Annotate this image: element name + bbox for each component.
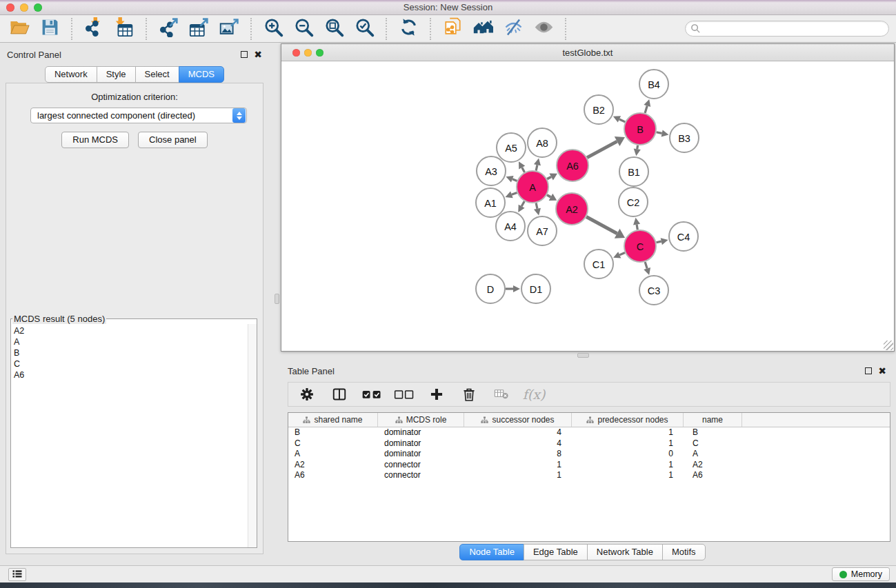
node-B[interactable]: B <box>624 113 656 145</box>
result-item[interactable]: A6 <box>14 369 248 381</box>
column-header-mcds-role[interactable]: MCDS role <box>378 413 464 427</box>
node-A2[interactable]: A2 <box>556 193 588 225</box>
edge-C-C3[interactable] <box>644 262 650 275</box>
node-D[interactable]: D <box>476 274 505 303</box>
tab-style[interactable]: Style <box>97 66 136 83</box>
result-item[interactable]: A <box>14 336 248 347</box>
zoom-fit-button[interactable] <box>323 18 345 40</box>
table-settings-button[interactable] <box>298 385 316 403</box>
close-panel-button[interactable]: Close panel <box>138 132 208 148</box>
panel-divider-grip[interactable] <box>275 294 279 304</box>
node-C1[interactable]: C1 <box>584 250 613 278</box>
edge-A-A3[interactable] <box>506 176 517 183</box>
function-builder-button[interactable]: f(x) <box>525 385 543 403</box>
float-table-panel-icon[interactable] <box>865 367 872 374</box>
network-minimize-button[interactable] <box>304 49 312 57</box>
edge-B-B3[interactable] <box>657 130 669 136</box>
table-row[interactable]: Bdominator41B <box>288 427 890 438</box>
node-A4[interactable]: A4 <box>496 212 525 241</box>
tab-select[interactable]: Select <box>135 66 179 83</box>
task-history-button[interactable] <box>8 568 26 581</box>
show-columns-button[interactable] <box>330 385 348 403</box>
edge-C-C1[interactable] <box>613 252 625 258</box>
node-C2[interactable]: C2 <box>619 187 648 216</box>
edge-A-A4[interactable] <box>518 201 524 212</box>
node-D1[interactable]: D1 <box>521 274 550 303</box>
close-table-panel-icon[interactable]: ✖ <box>878 366 886 376</box>
node-A7[interactable]: A7 <box>528 216 557 245</box>
zoom-out-button[interactable] <box>292 18 315 40</box>
node-C4[interactable]: C4 <box>669 222 698 251</box>
edge-A-A2[interactable] <box>547 194 557 201</box>
open-session-button[interactable] <box>8 18 30 40</box>
edge-B-B1[interactable] <box>634 145 641 156</box>
export-network-button[interactable] <box>157 18 179 40</box>
zoom-window-button[interactable] <box>34 3 42 12</box>
node-B2[interactable]: B2 <box>584 95 613 124</box>
export-image-button[interactable] <box>218 18 240 40</box>
column-header-shared-name[interactable]: shared name <box>288 413 378 427</box>
show-all-button[interactable] <box>532 18 555 40</box>
result-item[interactable]: C <box>14 358 248 369</box>
memory-button[interactable]: Memory <box>832 567 890 581</box>
optimization-criterion-select[interactable]: largest connected component (directed) <box>30 108 247 123</box>
node-C[interactable]: C <box>624 230 656 262</box>
edge-B-B4[interactable] <box>644 99 650 113</box>
result-item[interactable]: B <box>14 347 248 358</box>
node-B4[interactable]: B4 <box>639 70 668 99</box>
edge-A-A7[interactable] <box>534 203 541 215</box>
first-neighbors-button[interactable] <box>472 18 494 40</box>
node-A3[interactable]: A3 <box>477 156 506 185</box>
refresh-network-button[interactable] <box>397 18 419 40</box>
search-box[interactable] <box>685 21 889 37</box>
delete-table-button[interactable] <box>492 385 510 403</box>
search-input[interactable] <box>685 21 889 37</box>
edge-A2-C[interactable] <box>586 216 625 238</box>
table-row[interactable]: A6connector11A6 <box>288 470 890 481</box>
edge-C-C4[interactable] <box>656 238 668 245</box>
new-network-from-selection-button[interactable] <box>441 18 464 40</box>
tab-network[interactable]: Network <box>45 66 97 83</box>
tab-network-table[interactable]: Network Table <box>587 544 663 560</box>
minimize-window-button[interactable] <box>20 3 28 12</box>
node-A5[interactable]: A5 <box>497 133 526 162</box>
delete-row-button[interactable] <box>460 385 478 403</box>
edge-A-A5[interactable] <box>519 161 525 172</box>
horizontal-divider-grip[interactable] <box>577 353 589 358</box>
edge-B-B2[interactable] <box>613 116 625 122</box>
tab-node-table[interactable]: Node Table <box>459 544 524 560</box>
edge-A-A8[interactable] <box>534 158 541 170</box>
edge-C-C2[interactable] <box>633 218 640 230</box>
edge-D-D1[interactable] <box>506 285 520 292</box>
edge-A6-B[interactable] <box>587 136 625 158</box>
network-close-button[interactable] <box>292 49 300 57</box>
zoom-in-button[interactable] <box>262 18 284 40</box>
window-resize-grip[interactable] <box>884 341 893 350</box>
network-window-titlebar[interactable]: testGlobe.txt <box>281 44 894 61</box>
hide-selected-button[interactable] <box>502 18 524 40</box>
column-header-name[interactable]: name <box>684 413 742 427</box>
column-header-successor-nodes[interactable]: successor nodes <box>464 413 572 427</box>
table-row[interactable]: Cdominator41C <box>288 438 890 449</box>
table-row[interactable]: Adominator80A <box>288 449 890 460</box>
network-canvas-area[interactable]: AA1A2A3A4A5A6A7A8BB1B2B3B4CC1C2C3C4DD1 <box>281 62 894 351</box>
node-C3[interactable]: C3 <box>639 276 668 305</box>
result-scrollbar[interactable] <box>248 324 257 547</box>
result-item[interactable]: A2 <box>14 325 248 336</box>
network-zoom-button[interactable] <box>316 49 323 57</box>
node-A8[interactable]: A8 <box>528 128 557 157</box>
select-all-button[interactable] <box>363 385 381 403</box>
tab-edge-table[interactable]: Edge Table <box>524 544 588 560</box>
node-A6[interactable]: A6 <box>557 150 588 181</box>
deselect-all-button[interactable] <box>395 385 413 403</box>
save-session-button[interactable] <box>39 18 61 40</box>
zoom-selected-button[interactable] <box>353 18 375 40</box>
import-network-button[interactable] <box>83 18 105 40</box>
table-row[interactable]: A2connector11A2 <box>288 460 890 471</box>
node-A1[interactable]: A1 <box>476 188 505 217</box>
run-mcds-button[interactable]: Run MCDS <box>61 132 129 148</box>
network-canvas[interactable]: AA1A2A3A4A5A6A7A8BB1B2B3B4CC1C2C3C4DD1 <box>281 62 894 351</box>
tab-motifs[interactable]: Motifs <box>662 544 706 560</box>
tab-mcds[interactable]: MCDS <box>179 66 224 83</box>
node-B1[interactable]: B1 <box>619 157 648 186</box>
